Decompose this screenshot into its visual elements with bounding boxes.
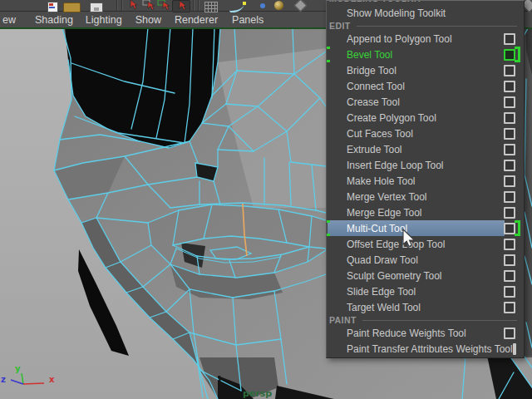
mesh-tools-menu: MODELING TOOLKIT Show Modeling Toolkit E… [326,0,525,358]
option-box[interactable] [504,239,515,250]
option-box[interactable] [504,144,515,155]
menu-item-extrude-tool[interactable]: Extrude Tool [327,141,524,157]
snap-to-grid-icon[interactable] [204,2,218,12]
menu-section-edit: EDIT [327,21,524,31]
maya-window: y x z persp ew Shading L [0,0,532,399]
menu-item-crease-tool[interactable]: Crease Tool [327,94,524,110]
option-box[interactable] [504,81,515,92]
make-live-icon[interactable] [294,0,308,12]
menu-item-make-hole-tool[interactable]: Make Hole Tool [327,173,524,189]
menu-item-multi-cut-tool[interactable]: Multi-Cut Tool [327,220,524,236]
active-tool-bracket-left [326,220,330,236]
camera-label: persp [243,388,272,399]
option-box[interactable] [504,175,515,187]
menubar-item-show[interactable]: Show [135,14,162,26]
menu-item-connect-tool[interactable]: Connect Tool [327,78,524,94]
option-box[interactable] [504,223,515,234]
option-box[interactable] [504,112,515,124]
option-box[interactable] [513,343,516,355]
menubar-item-shading[interactable]: Shading [34,14,74,26]
option-box[interactable] [504,65,515,76]
option-box[interactable] [504,270,515,282]
menubar-item-renderer[interactable]: Renderer [174,14,219,26]
menu-section-paint: PAINT [327,315,524,325]
menu-item-target-weld-tool[interactable]: Target Weld Tool [327,299,524,315]
menu-item-cut-faces-tool[interactable]: Cut Faces Tool [327,126,524,141]
select-mode-button[interactable] [172,0,190,12]
snap-sphere-icon[interactable] [274,1,283,10]
option-box[interactable] [504,302,515,313]
active-tool-bracket-right [515,220,520,236]
menu-item-merge-vertex-tool[interactable]: Merge Vertex Tool [327,189,524,204]
axis-x-label: x [49,375,55,384]
menu-item-sculpt-geometry-tool[interactable]: Sculpt Geometry Tool [327,268,524,283]
menu-item-offset-edge-loop-tool[interactable]: Offset Edge Loop Tool [327,236,524,252]
axis-y-label: y [15,364,21,373]
paint-select-icon[interactable] [156,0,170,11]
lasso-select-icon[interactable] [141,0,155,11]
option-box[interactable] [504,160,515,171]
menu-item-quad-draw-tool[interactable]: Quad Draw Tool [327,252,524,268]
menu-item-append-to-polygon-tool[interactable]: Append to Polygon Tool [327,31,524,47]
menu-item-create-polygon-tool[interactable]: Create Polygon Tool [327,110,524,126]
select-tool-icon[interactable] [126,0,140,11]
axis-z-label: z [1,375,6,384]
mouse-cursor [401,229,416,249]
option-box[interactable] [504,96,515,108]
menubar-item-lighting[interactable]: Lighting [85,14,123,26]
active-tool-bracket-left [326,47,330,62]
snap-to-point-icon[interactable] [260,3,265,8]
option-box[interactable] [504,128,515,140]
menubar-item-panels[interactable]: Panels [231,14,264,26]
open-scene-icon[interactable] [63,2,81,12]
option-box[interactable] [504,33,515,45]
menu-item-merge-edge-tool[interactable]: Merge Edge Tool [327,204,524,220]
save-scene-icon[interactable] [90,2,103,12]
menu-item-show-modeling-toolkit[interactable]: Show Modeling Toolkit [327,5,524,21]
option-box[interactable] [504,254,515,266]
snap-to-curve-icon[interactable] [229,1,244,12]
menu-item-slide-edge-tool[interactable]: Slide Edge Tool [327,283,524,299]
option-box[interactable] [504,191,515,203]
option-box[interactable] [504,49,515,61]
new-scene-icon[interactable] [47,2,58,12]
option-box[interactable] [504,286,515,298]
menubar-item-view[interactable]: ew [2,14,17,26]
menu-item-bridge-tool[interactable]: Bridge Tool [327,62,524,78]
menu-item-paint-reduce-weights-tool[interactable]: Paint Reduce Weights Tool [327,325,524,341]
option-box[interactable] [504,328,515,339]
menu-item-paint-transfer-attributes-weights-tool[interactable]: Paint Transfer Attributes Weights Tool [327,341,524,357]
active-tool-bracket-right [515,47,520,62]
option-box[interactable] [504,207,515,219]
menu-item-insert-edge-loop-tool[interactable]: Insert Edge Loop Tool [327,157,524,173]
menu-item-bevel-tool[interactable]: Bevel Tool [327,47,524,62]
